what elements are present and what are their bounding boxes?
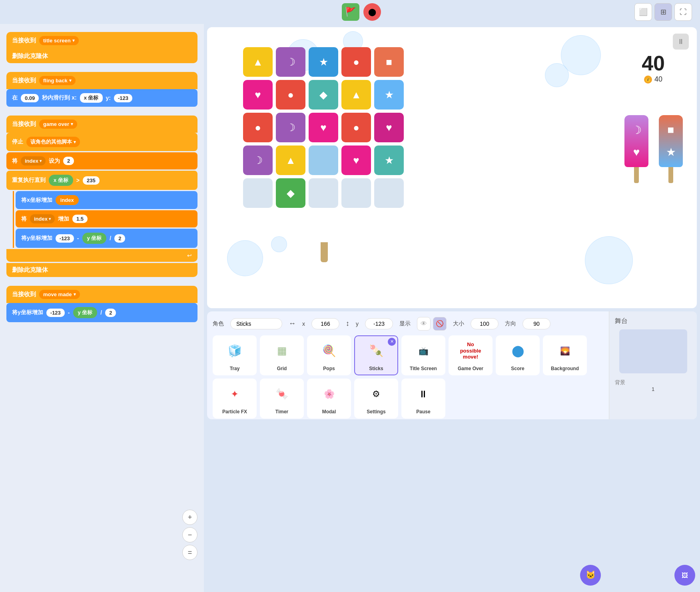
cell-4-0 [243,178,273,208]
sprite-card-pause[interactable]: ⏸ Pause [401,379,445,419]
sprite-delete-button[interactable]: ✕ [388,338,396,346]
playback-controls: 🚩 ⬤ [342,3,381,21]
timer-sprite-icon: 🍬 [275,379,288,409]
cell-4-1[interactable]: ◆ [276,178,305,208]
y-arrow-icon: ↕ [346,319,349,328]
sprite-name-input[interactable] [230,318,282,329]
cell-1-0[interactable]: ♥ [243,80,273,110]
motion-y-input[interactable]: -123 [114,94,132,102]
cell-3-1[interactable]: ▲ [276,146,305,175]
side-pop-body-1: ☽ ♥ [624,115,648,167]
sprite-card-title-screen[interactable]: 📺 Title Screen [401,335,445,375]
x-arrow-icon: ↔ [289,319,296,328]
sprite-card-pops[interactable]: 🍭 Pops [307,335,351,375]
cell-3-4[interactable]: ★ [374,146,404,175]
block-group-fling-back: 当接收到 fling back 在 0.09 秒内滑行到 x: x 坐标 y: … [6,72,197,107]
small-stage-button[interactable]: ⬜ [634,3,652,21]
show-button[interactable]: 👁 [417,317,431,331]
cell-3-2[interactable] [309,146,338,175]
sprite-card-game-over[interactable]: Nopossiblemove! Game Over [449,335,493,375]
hat-dropdown-2[interactable]: fling back [39,76,76,85]
add-stage-button[interactable]: 🖼 [674,565,695,586]
sprite-card-tray[interactable]: 🧊 Tray [213,335,257,375]
game-score: 40 💰 40 [642,51,665,84]
svg-text:🖼: 🖼 [682,572,688,579]
cell-0-2[interactable]: ★ [309,47,338,77]
motion-in-label: 在 [12,94,18,102]
stop-button[interactable]: ⬤ [363,3,381,21]
hat-text-4: 当接收到 [12,291,36,298]
cell-0-1[interactable]: ☽ [276,47,305,77]
hide-button[interactable]: 🚫 [433,317,447,331]
hat-dropdown-1[interactable]: title screen [39,36,79,45]
cell-1-3[interactable]: ▲ [341,80,371,110]
zoom-in-button[interactable]: + [182,510,197,525]
mm-divval[interactable]: 2 [105,309,116,317]
cell-2-2[interactable]: ♥ [309,113,338,142]
cell-3-3[interactable]: ♥ [341,146,371,175]
large-stage-button[interactable]: ⊞ [654,3,672,21]
index-value[interactable]: 2 [63,157,74,165]
stage-pause-button[interactable]: ⏸ [673,34,689,50]
grid-sprite-label: Grid [277,366,287,371]
sprite-card-settings[interactable]: ⚙ Settings [354,379,398,419]
popsicle-stick [321,242,328,262]
index-var[interactable]: index [21,156,46,165]
cell-0-4[interactable]: ■ [374,47,404,77]
right-main: ⏸ 40 💰 40 ▲ ☽ ★ ● ■ ♥ [204,24,700,592]
cell-0-0[interactable]: ▲ [243,47,273,77]
loop-val[interactable]: 235 [83,176,100,185]
loop-end: ↩ [6,249,197,262]
cell-1-2[interactable]: ◆ [309,80,338,110]
motion-x-input[interactable]: x 坐标 [80,93,103,103]
set-label: 将 [12,157,18,165]
sprite-card-particle-fx[interactable]: ✦ Particle FX [213,379,257,419]
sprite-card-modal[interactable]: 🌸 Modal [307,379,351,419]
sprite-card-grid[interactable]: ▦ Grid [260,335,304,375]
sprite-card-sticks[interactable]: ✕ 🍡 Sticks [354,335,398,375]
sprite-card-background[interactable]: 🌄 Background [543,335,587,375]
y-coord-var2: y 坐标 [82,233,107,244]
cy-divval[interactable]: 2 [114,234,125,243]
modal-sprite-label: Modal [322,409,336,415]
cell-1-1[interactable]: ● [276,80,305,110]
zoom-reset-button[interactable]: = [182,545,197,560]
cell-1-4[interactable]: ★ [374,80,404,110]
stage-thumbnail[interactable] [619,329,687,373]
sprite-card-score[interactable]: ⬤ Score [496,335,540,375]
zoom-out-button[interactable]: − [182,527,197,542]
cell-0-3[interactable]: ● [341,47,371,77]
stop-dropdown[interactable]: 该角色的其他脚本 [26,137,80,147]
sprite-card-timer[interactable]: 🍬 Timer [260,379,304,419]
cell-3-0[interactable]: ☽ [243,146,273,175]
repeat-until-block: 重复执行直到 x 坐标 > 235 [6,171,197,190]
sprite-info-bar: 角色 ↔ x ↕ y 显示 👁 🚫 大小 [213,317,603,331]
x-coord-input[interactable] [311,318,339,329]
size-input[interactable] [471,318,499,329]
set-index-block: 将 index 设为 2 [6,152,197,169]
y-coord-input[interactable] [365,318,393,329]
bubble-6 [585,236,633,284]
background-sprite-icon: 🌄 [560,336,570,366]
mm-val1[interactable]: -123 [46,309,65,317]
cell-2-1[interactable]: ☽ [276,113,305,142]
changex-label: 将x坐标增加 [21,197,52,204]
hat-dropdown-3[interactable]: game over [39,120,77,129]
fullscreen-button[interactable]: ⛶ [674,3,692,21]
cell-2-3[interactable]: ● [341,113,371,142]
score-sprite-label: Score [511,366,524,371]
index-var2[interactable]: index [30,214,55,223]
side-pop-1: ☽ ♥ [622,115,650,183]
modal-sprite-icon: 🌸 [324,379,335,409]
hat-dropdown-4[interactable]: move made [39,290,80,299]
direction-input[interactable] [523,318,550,329]
timer-sprite-label: Timer [275,409,288,415]
hat-text-3: 当接收到 [12,120,36,128]
ci-val[interactable]: 1.5 [72,215,88,223]
add-sprite-button[interactable]: 🐱 [580,565,601,586]
cy-val1[interactable]: -123 [56,234,74,243]
motion-seconds-input[interactable]: 0.09 [21,94,39,102]
cell-2-0[interactable]: ● [243,113,273,142]
green-flag-button[interactable]: 🚩 [342,3,359,21]
cell-2-4[interactable]: ♥ [374,113,404,142]
